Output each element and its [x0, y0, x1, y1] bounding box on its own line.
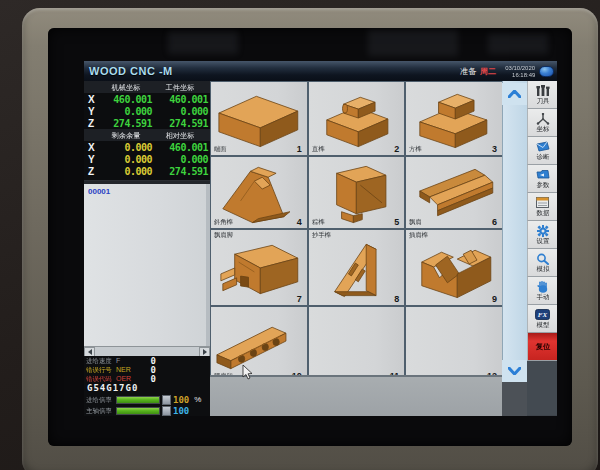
error-code-row: 错误代码 OER 0 [84, 374, 210, 383]
photo-background: WOOD CNC -M 准备 周二 03/10/2020 16:18:49 机械… [0, 0, 600, 470]
coord-row-y: Y 0.000 0.000 [84, 105, 210, 117]
remain-z-value: 0.000 [100, 166, 152, 177]
feed-rate-label: 进给速度 [86, 356, 112, 365]
gear-icon [537, 224, 549, 237]
sidebar-button-manual[interactable]: 手动 [527, 277, 557, 305]
sidebar-button-settings[interactable]: 设置 [527, 221, 557, 249]
axis-z-label: Z [84, 118, 100, 129]
hand-icon [537, 280, 549, 293]
axis-y-label: Y [84, 154, 100, 165]
remain-x-value: 0.000 [100, 142, 152, 153]
model-cell-empty[interactable]: 11 [309, 307, 405, 382]
sidebar-button-label: 手动 [536, 293, 549, 300]
model-name: 抄手榫 [312, 231, 331, 240]
spindle-override-handle[interactable] [162, 406, 171, 416]
machine-coords-header: 机械坐标 [103, 82, 150, 92]
feed-rate-row: 进给速度 F 0 [84, 356, 210, 365]
remain-y-value: 0.000 [100, 154, 152, 165]
model-number: 2 [394, 144, 399, 154]
sidebar-button-label: 数据 [536, 209, 549, 216]
model-name: 斜角榫 [214, 218, 233, 227]
model-cell-shoulder-panel[interactable]: 飘肩 6 [406, 157, 502, 228]
chevron-up-icon [508, 90, 521, 98]
error-code-label: 错误代码 [86, 374, 112, 383]
screen-reflection [168, 32, 238, 54]
model-cell-empty[interactable]: 12 [406, 307, 502, 382]
model-cell-beam-holes[interactable]: 腰肩卯 10 [211, 307, 307, 382]
feed-rate-code: F [116, 357, 120, 364]
feed-override-bar[interactable] [116, 396, 160, 404]
model-name: 方榫 [409, 145, 422, 154]
model-cell-shoulder-foot[interactable]: 飘肩脚 7 [211, 230, 307, 305]
data-icon [536, 196, 549, 209]
diagnosis-icon [536, 140, 550, 153]
relative-z-value: 274.591 [152, 166, 208, 177]
sidebar-button-data[interactable]: 数据 [527, 193, 557, 221]
coord-row-z: Z 274.591 274.591 [84, 117, 210, 129]
relative-x-value: 460.001 [152, 142, 208, 153]
work-x-value: 460.001 [152, 94, 208, 105]
app-title: WOOD CNC -M [84, 65, 173, 77]
coord-row-x: X 460.001 460.001 [84, 93, 210, 105]
model-cell-corner-cube[interactable]: 粽榫 5 [309, 157, 405, 228]
window-icon[interactable] [539, 66, 554, 77]
work-coords-header: 工件坐标 [155, 82, 205, 92]
grid-footer-area [210, 375, 502, 416]
work-z-value: 274.591 [152, 118, 208, 129]
model-number: 1 [297, 144, 302, 154]
magnifier-icon [536, 252, 549, 265]
feed-override-unit: % [194, 395, 201, 404]
program-editor[interactable]: 00001 [84, 181, 210, 346]
error-line-label: 错误行号 [86, 365, 112, 374]
model-number: 7 [297, 294, 302, 304]
model-cell-plain-box[interactable]: 端面 1 [211, 82, 307, 155]
screen-reflection [368, 30, 458, 56]
sidebar-button-tool[interactable]: 刀具 [527, 81, 557, 109]
sidebar-button-label: 刀具 [536, 97, 549, 104]
feed-override-value: 100 [173, 395, 189, 405]
sidebar-button-label: 参数 [536, 181, 549, 188]
svg-text:FX: FX [538, 311, 548, 319]
model-name: 端面 [214, 145, 227, 154]
sidebar-button-parameters[interactable]: 参数 [527, 165, 557, 193]
error-code-value: 0 [151, 374, 156, 384]
machine-y-value: 0.000 [100, 106, 152, 117]
sidebar-menu: 刀具 坐标 [527, 81, 557, 416]
model-cell-v-notch-box[interactable]: 插肩榫 9 [406, 230, 502, 305]
spindle-override-bar[interactable] [116, 407, 160, 415]
date-label: 03/10/2020 [505, 65, 535, 71]
wood-model-drawing [211, 230, 307, 305]
sidebar-button-reset[interactable]: 复位 [527, 333, 557, 361]
model-cell-triangle-joint[interactable]: 抄手榫 8 [309, 230, 405, 305]
feed-override-label: 进给倍率 [86, 395, 112, 404]
feed-override-handle[interactable] [162, 395, 171, 405]
vertical-scrollbar[interactable] [502, 81, 527, 382]
cnc-ui: WOOD CNC -M 准备 周二 03/10/2020 16:18:49 机械… [84, 61, 557, 416]
horizontal-scrollbar[interactable] [84, 346, 210, 356]
coord-row-x2: X 0.000 460.001 [84, 141, 210, 153]
axis-y-label: Y [84, 106, 100, 117]
sidebar-button-coords[interactable]: 坐标 [527, 109, 557, 137]
sidebar-button-diagnosis[interactable]: 诊断 [527, 137, 557, 165]
sidebar-button-simulation[interactable]: 模拟 [527, 249, 557, 277]
sidebar-button-label: 模型 [536, 321, 549, 328]
sidebar-footer [527, 361, 557, 415]
scroll-up-button[interactable] [502, 83, 527, 105]
scroll-down-button[interactable] [502, 360, 527, 382]
model-grid: 端面 1 直榫 2 [210, 81, 502, 375]
spindle-override-label: 主轴倍率 [86, 406, 112, 415]
scroll-right-button[interactable] [199, 347, 210, 357]
model-cell-square-tenon[interactable]: 方榫 3 [406, 82, 502, 155]
model-number: 8 [394, 294, 399, 304]
machine-z-value: 274.591 [100, 118, 152, 129]
parameters-icon [536, 168, 550, 181]
model-cell-miter-wedge[interactable]: 斜角榫 4 [211, 157, 307, 228]
scrollbar-footer [502, 382, 527, 416]
error-code-code: OER [116, 375, 131, 382]
sidebar-button-model[interactable]: FX 模型 [527, 305, 557, 333]
monitor-screen: WOOD CNC -M 准备 周二 03/10/2020 16:18:49 机械… [48, 28, 572, 446]
titlebar: WOOD CNC -M 准备 周二 03/10/2020 16:18:49 [84, 61, 557, 81]
model-cell-round-tenon[interactable]: 直榫 2 [309, 82, 405, 155]
scroll-left-button[interactable] [84, 347, 95, 357]
model-number: 5 [394, 217, 399, 227]
